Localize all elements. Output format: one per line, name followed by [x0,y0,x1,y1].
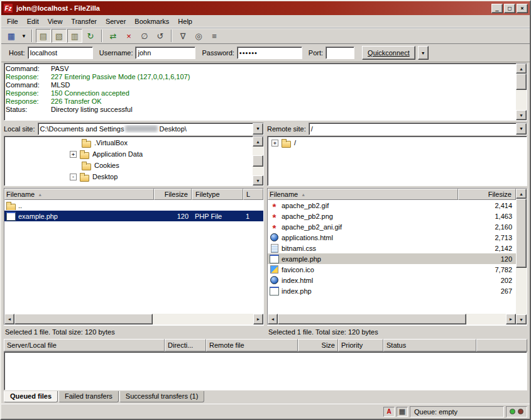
tab-queued-files[interactable]: Queued files [4,391,58,402]
scroll-thumb[interactable] [516,199,527,268]
host-input[interactable] [28,47,93,59]
file-row-example-php[interactable]: example.php 120 PHP File 1 [4,211,263,221]
scroll-track[interactable] [516,74,527,110]
cancel-button[interactable]: × [121,29,136,43]
chevron-down-icon[interactable]: ▼ [253,123,263,135]
username-input[interactable] [135,47,195,59]
file-row[interactable]: index.php267 [268,285,516,296]
file-row[interactable]: favicon.ico7,782 [268,264,516,275]
site-manager-dropdown-button[interactable]: ▼ [19,29,28,43]
menu-edit[interactable]: Edit [23,16,43,27]
scroll-down-icon[interactable]: ▼ [253,175,263,185]
file-row[interactable]: apache_pb2.gif2,414 [268,200,516,211]
menu-file[interactable]: File [3,16,23,27]
local-list-hscrollbar[interactable]: ◄ ► [4,314,263,324]
menu-help[interactable]: Help [173,16,197,27]
file-row[interactable]: apache_pb2.png1,463 [268,211,516,221]
expand-icon[interactable]: + [271,140,278,146]
site-manager-button[interactable]: ▦ [4,29,19,43]
scroll-up-icon[interactable]: ▲ [253,136,263,146]
scroll-down-icon[interactable]: ▼ [516,110,527,120]
column-priority[interactable]: Priority [338,339,383,351]
maximize-button[interactable]: □ [504,4,515,13]
column-server-local-file[interactable]: Server/Local file [4,339,165,351]
scroll-right-icon[interactable]: ► [506,314,516,324]
scroll-thumb[interactable] [253,155,263,167]
file-row[interactable]: index.html202 [268,275,516,285]
directory-comparison-button[interactable]: ≡ [207,29,222,43]
tree-item-desktop[interactable]: -Desktop [4,171,253,182]
scroll-down-icon[interactable]: ▼ [516,314,527,324]
scroll-thumb[interactable] [278,314,466,324]
local-path-suffix: Desktop\ [159,125,186,133]
filter-button[interactable]: ∇ [175,29,190,43]
scroll-track[interactable] [278,314,506,324]
column-remote-file[interactable]: Remote file [206,339,298,351]
scroll-left-icon[interactable]: ◄ [268,314,278,324]
disconnect-button[interactable]: ∅ [137,29,152,43]
file-search-button[interactable]: ◎ [191,29,206,43]
column-filesize[interactable]: Filesize [458,189,516,200]
remote-list-hscrollbar[interactable]: ◄ ► [268,314,516,324]
menu-view[interactable]: View [43,16,67,27]
quickconnect-button[interactable]: Quickconnect [362,46,415,60]
expand-icon[interactable]: + [70,151,77,158]
column-filename[interactable]: Filename▲ [268,189,458,200]
reconnect-button[interactable]: ↺ [153,29,168,43]
log-scrollbar[interactable]: ▲ ▼ [516,64,527,120]
toggle-tree-view-button[interactable]: ▧ [52,29,67,43]
close-button[interactable]: × [517,4,528,13]
toggle-message-log-button[interactable]: ▤ [36,29,51,43]
scroll-track[interactable] [516,199,527,314]
process-queue-button[interactable]: ⇄ [106,29,121,43]
local-tree-scrollbar[interactable]: ▲ ▼ [253,136,263,185]
toggle-queue-view-button[interactable]: ▥ [67,29,82,43]
column-status[interactable]: Status [383,339,476,351]
scroll-up-icon[interactable]: ▲ [516,64,527,74]
column-filename[interactable]: Filename▲ [4,189,154,200]
file-row-example-php[interactable]: example.php120 [268,253,516,264]
remote-list-vscrollbar[interactable]: ▲ ▼ [516,189,527,324]
menu-server[interactable]: Server [101,16,130,27]
tab-failed-transfers[interactable]: Failed transfers [58,391,119,402]
tree-view-icon: ▧ [55,31,63,41]
remote-selection-status: Selected 1 file. Total size: 120 bytes [267,325,527,338]
scroll-left-icon[interactable]: ◄ [4,314,14,324]
port-input[interactable] [326,47,354,59]
column-filesize[interactable]: Filesize [154,189,192,200]
refresh-button[interactable]: ↻ [83,29,98,43]
file-row[interactable]: apache_pb2_ani.gif2,160 [268,221,516,232]
scroll-right-icon[interactable]: ► [253,314,263,324]
remote-site-combo[interactable]: / ▼ [309,123,527,135]
tree-item-application-data[interactable]: +Application Data [4,148,253,160]
queue-body[interactable] [4,351,527,390]
tree-item-virtualbox[interactable]: .VirtualBox [4,137,253,148]
file-row[interactable]: applications.html2,713 [268,232,516,243]
ico-file-icon [269,265,280,274]
image-file-icon [269,223,280,231]
collapse-icon[interactable]: - [70,174,77,180]
column-filetype[interactable]: Filetype [192,189,243,200]
menu-transfer[interactable]: Transfer [67,16,101,27]
scroll-up-icon[interactable]: ▲ [516,189,527,199]
scroll-track[interactable] [253,146,263,175]
file-row[interactable]: bitnami.css2,142 [268,243,516,253]
scroll-thumb[interactable] [516,74,527,90]
tab-successful-transfers[interactable]: Successful transfers (1) [119,391,205,402]
column-direction[interactable]: Directi... [165,339,206,351]
tree-item-cookies[interactable]: Cookies [4,160,253,171]
local-site-combo[interactable]: C:\Documents and SettingsDesktop\ ▼ [38,123,264,135]
password-input[interactable] [237,47,302,59]
scroll-thumb[interactable] [14,314,153,324]
chevron-down-icon[interactable]: ▼ [516,123,527,135]
column-size[interactable]: Size [298,339,338,351]
file-row-parent-dir[interactable]: .. [4,200,263,211]
minimize-button[interactable]: _ [491,4,503,13]
redacted-username [125,125,158,132]
css-file-icon [269,244,280,253]
column-last-modified[interactable]: L [243,189,263,200]
scroll-track[interactable] [14,314,253,324]
menu-bookmarks[interactable]: Bookmarks [130,16,173,27]
quickconnect-dropdown-button[interactable]: ▼ [418,46,429,60]
tree-item-root[interactable]: +/ [268,137,527,148]
